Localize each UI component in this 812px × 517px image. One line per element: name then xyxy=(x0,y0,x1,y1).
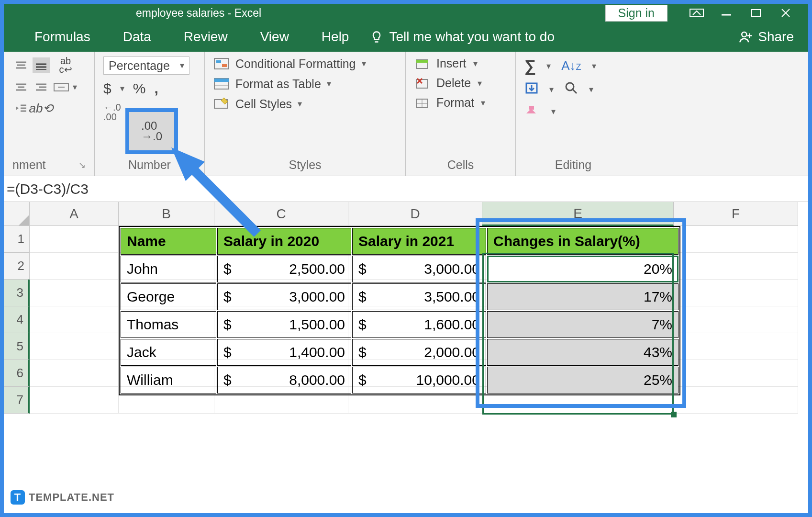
watermark-text: TEMPLATE.NET xyxy=(29,491,114,504)
delete-cells-button[interactable]: Delete ▾ xyxy=(414,76,507,90)
worksheet[interactable]: A B C D E F 1 2 3 4 5 6 7 Name Salary in… xyxy=(4,202,808,414)
align-right-icon[interactable] xyxy=(33,79,50,95)
minimize-icon[interactable] xyxy=(713,6,739,20)
column-headers: A B C D E F xyxy=(4,202,808,226)
tab-data[interactable]: Data xyxy=(107,29,167,45)
chevron-down-icon: ▾ xyxy=(180,60,184,71)
group-label-editing: Editing xyxy=(524,158,622,174)
col-header-D[interactable]: D xyxy=(348,202,482,226)
align-bottom-icon[interactable] xyxy=(33,57,50,73)
select-all-corner[interactable] xyxy=(4,202,30,226)
number-format-value: Percentage xyxy=(109,59,170,73)
ribbon: abc↩ ▾ ab⟲ nment ↘ xyxy=(4,52,808,176)
format-table-icon xyxy=(213,77,230,91)
tell-me-search[interactable]: Tell me what you want to do xyxy=(370,29,555,45)
currency-button[interactable]: $ xyxy=(103,80,111,97)
app-name: Excel xyxy=(234,7,261,19)
format-as-table-label: Format as Table xyxy=(235,77,321,91)
col-header-A[interactable]: A xyxy=(30,202,119,226)
conditional-formatting-icon xyxy=(213,56,230,71)
table-row: Thomas $1,500.00 $1,600.00 7% xyxy=(121,311,679,338)
watermark: T TEMPLATE.NET xyxy=(11,490,114,505)
cell-styles-button[interactable]: Cell Styles ▾ xyxy=(213,97,397,111)
svg-rect-2 xyxy=(752,10,760,16)
merge-cells-icon[interactable] xyxy=(53,79,70,95)
svg-rect-33 xyxy=(416,60,428,63)
cell-styles-icon xyxy=(213,97,230,111)
comma-button[interactable]: , xyxy=(154,80,158,97)
dialog-launcher-icon[interactable]: ↘ xyxy=(78,160,86,170)
svg-line-44 xyxy=(186,162,257,234)
th-salary-2021[interactable]: Salary in 2021 xyxy=(352,228,486,255)
decrease-decimal-button[interactable]: .00 →.0 xyxy=(141,121,162,142)
row-header-1[interactable]: 1 xyxy=(4,226,30,253)
align-center-icon[interactable] xyxy=(12,79,30,95)
share-person-icon xyxy=(739,30,753,44)
tab-review[interactable]: Review xyxy=(167,29,244,45)
cell-styles-label: Cell Styles xyxy=(235,97,292,111)
svg-rect-0 xyxy=(690,9,703,17)
tell-me-label: Tell me what you want to do xyxy=(389,29,555,45)
tab-view[interactable]: View xyxy=(244,29,305,45)
lightbulb-icon xyxy=(370,30,383,44)
cell-salary-2021[interactable]: $3,000.00 xyxy=(352,256,486,282)
row-header-5[interactable]: 5 xyxy=(4,333,30,360)
row-header-3[interactable]: 3 xyxy=(4,280,30,306)
align-middle-icon[interactable] xyxy=(12,57,30,73)
svg-rect-29 xyxy=(214,79,229,82)
merge-dropdown-icon[interactable]: ▾ xyxy=(73,82,77,92)
app-frame: employee salaries - Excel Sign in Formul… xyxy=(0,0,812,517)
row-header-4[interactable]: 4 xyxy=(4,306,30,333)
group-editing: ∑▾ A↓Z▾ ▾ ▾ ▾ Editing xyxy=(516,52,631,176)
number-format-selector[interactable]: Percentage ▾ xyxy=(103,56,189,75)
sign-in-button[interactable]: Sign in xyxy=(605,5,667,22)
row-header-7[interactable]: 7 xyxy=(4,387,30,414)
svg-rect-27 xyxy=(222,64,227,67)
insert-cells-icon xyxy=(414,57,430,70)
maximize-icon[interactable] xyxy=(743,6,769,20)
group-alignment: abc↩ ▾ ab⟲ nment ↘ xyxy=(4,52,95,176)
format-cells-button[interactable]: Format ▾ xyxy=(414,96,507,110)
col-header-E[interactable]: E xyxy=(482,202,674,226)
group-label-cells: Cells xyxy=(414,158,507,174)
svg-point-5 xyxy=(742,32,747,37)
row-header-6[interactable]: 6 xyxy=(4,360,30,387)
currency-dropdown-icon[interactable]: ▾ xyxy=(120,83,124,94)
table-row: Jack $1,400.00 $2,000.00 43% xyxy=(121,339,679,366)
watermark-badge: T xyxy=(11,490,25,505)
annotation-arrow xyxy=(152,143,277,267)
fill-button[interactable] xyxy=(524,81,539,98)
orientation-icon[interactable]: ab⟲ xyxy=(33,101,50,116)
formula-text: =(D3-C3)/C3 xyxy=(7,181,89,197)
row-header-2[interactable]: 2 xyxy=(4,253,30,280)
insert-cells-button[interactable]: Insert ▾ xyxy=(414,56,507,70)
sort-filter-button[interactable]: A↓Z xyxy=(561,58,581,73)
col-header-F[interactable]: F xyxy=(674,202,798,226)
share-label: Share xyxy=(758,29,794,45)
percent-button[interactable]: % xyxy=(133,80,146,97)
delete-cells-icon xyxy=(414,77,430,90)
decrease-indent-icon[interactable] xyxy=(12,101,30,116)
window-title: employee salaries - Excel xyxy=(136,7,261,20)
group-label-alignment: nment xyxy=(12,158,45,172)
cell-pct-active[interactable]: 20% xyxy=(487,256,679,282)
svg-rect-25 xyxy=(214,58,229,69)
autosum-button[interactable]: ∑ xyxy=(524,56,536,75)
clear-button[interactable] xyxy=(524,104,541,119)
tab-formulas[interactable]: Formulas xyxy=(18,29,107,45)
formula-bar[interactable]: =(D3-C3)/C3 xyxy=(4,176,808,202)
file-name: employee salaries xyxy=(136,7,224,19)
fill-handle[interactable] xyxy=(671,412,677,417)
ribbon-options-icon[interactable] xyxy=(684,6,710,20)
close-icon[interactable] xyxy=(773,6,799,20)
group-cells: Insert ▾ Delete ▾ Format ▾ Cells xyxy=(406,52,516,176)
th-changes-pct[interactable]: Changes in Salary(%) xyxy=(487,228,679,255)
svg-point-41 xyxy=(566,83,574,90)
conditional-formatting-button[interactable]: Conditional Formatting ▾ xyxy=(213,56,397,71)
wrap-text-button[interactable]: abc↩ xyxy=(53,56,78,74)
format-as-table-button[interactable]: Format as Table ▾ xyxy=(213,77,397,91)
table-row: William $8,000.00 $10,000.00 25% xyxy=(121,367,679,393)
find-select-button[interactable] xyxy=(564,81,578,98)
share-button[interactable]: Share xyxy=(739,29,808,45)
tab-help[interactable]: Help xyxy=(305,29,366,45)
